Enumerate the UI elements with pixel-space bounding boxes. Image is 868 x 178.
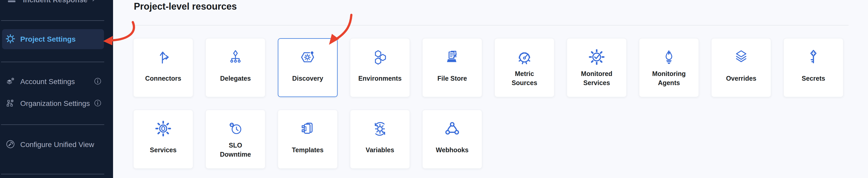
card-label: Monitored Services bbox=[581, 69, 613, 87]
variables-icon bbox=[372, 120, 388, 137]
sidebar-item-incident-response[interactable]: Incident Response bbox=[0, 0, 113, 8]
sidebar-item-label: Incident Response bbox=[23, 0, 88, 4]
card-services[interactable]: Services bbox=[133, 110, 193, 169]
slo-downtime-icon bbox=[227, 120, 244, 137]
sidebar-item-project-settings[interactable]: Project Settings bbox=[2, 29, 104, 49]
chevron-right-icon[interactable] bbox=[91, 0, 96, 3]
wrench-circle-icon bbox=[6, 140, 15, 150]
card-overrides[interactable]: Overrides bbox=[711, 38, 771, 97]
card-label: Environments bbox=[359, 74, 402, 83]
info-icon[interactable] bbox=[94, 78, 101, 86]
siren-icon bbox=[6, 0, 18, 6]
sidebar: Incident Response Project Settings bbox=[0, 0, 113, 178]
file-store-icon bbox=[444, 49, 460, 66]
card-label: Delegates bbox=[220, 74, 251, 83]
card-file-store[interactable]: File Store bbox=[422, 38, 482, 97]
card-monitoring-agents[interactable]: Monitoring Agents bbox=[639, 38, 699, 97]
card-label: Monitoring Agents bbox=[652, 69, 686, 87]
card-label: Webhooks bbox=[436, 146, 469, 155]
connectors-icon bbox=[155, 49, 171, 66]
card-label: Discovery bbox=[292, 74, 323, 83]
card-label: Services bbox=[150, 146, 177, 155]
delegates-icon bbox=[227, 49, 244, 66]
card-connectors[interactable]: Connectors bbox=[133, 38, 193, 97]
gear-icon bbox=[6, 34, 15, 44]
card-label: File Store bbox=[437, 74, 467, 83]
info-icon[interactable] bbox=[94, 99, 101, 108]
monitoring-agents-icon bbox=[661, 49, 677, 66]
services-icon bbox=[155, 120, 171, 137]
org-chart-gear-icon bbox=[6, 98, 15, 109]
card-label: Secrets bbox=[802, 74, 825, 83]
metric-sources-icon bbox=[516, 49, 532, 66]
webhooks-icon bbox=[444, 120, 460, 137]
sidebar-divider bbox=[1, 20, 104, 21]
card-templates[interactable]: Templates bbox=[278, 110, 338, 169]
card-label: Variables bbox=[366, 146, 394, 155]
resource-cards-row-2: Services SLO Downtime bbox=[133, 110, 482, 169]
page-title: Project-level resources bbox=[134, 0, 237, 13]
secrets-icon bbox=[805, 49, 822, 66]
sidebar-item-label: Project Settings bbox=[20, 35, 75, 43]
card-environments[interactable]: Environments bbox=[350, 38, 410, 97]
main-content: Project-level resources Connectors bbox=[113, 0, 868, 178]
card-label: Metric Sources bbox=[512, 69, 537, 87]
card-label: SLO Downtime bbox=[220, 141, 251, 159]
card-discovery[interactable]: Discovery bbox=[278, 38, 338, 97]
sidebar-item-configure-unified-view[interactable]: Configure Unified View bbox=[0, 136, 113, 153]
card-label: Templates bbox=[292, 146, 323, 155]
sidebar-item-label: Organization Settings bbox=[20, 99, 90, 108]
card-variables[interactable]: Variables bbox=[350, 110, 410, 169]
resource-cards-row-1: Connectors Delegates bbox=[133, 38, 843, 97]
card-monitored-services[interactable]: Monitored Services bbox=[567, 38, 627, 97]
discovery-icon bbox=[300, 49, 316, 66]
account-layers-gear-icon bbox=[6, 77, 15, 87]
sidebar-item-label: Configure Unified View bbox=[20, 141, 94, 149]
card-metric-sources[interactable]: Metric Sources bbox=[495, 38, 554, 97]
card-slo-downtime[interactable]: SLO Downtime bbox=[206, 110, 265, 169]
sidebar-item-organization-settings[interactable]: Organization Settings bbox=[0, 95, 113, 112]
card-secrets[interactable]: Secrets bbox=[783, 38, 843, 97]
sidebar-divider bbox=[1, 124, 104, 125]
card-label: Connectors bbox=[145, 74, 181, 83]
sidebar-divider bbox=[1, 174, 104, 174]
sidebar-divider bbox=[1, 62, 104, 62]
environments-icon bbox=[372, 49, 388, 66]
sidebar-item-label: Account Settings bbox=[20, 78, 75, 86]
monitored-services-icon bbox=[589, 49, 605, 66]
overrides-icon bbox=[733, 49, 749, 66]
templates-icon bbox=[300, 120, 316, 137]
card-webhooks[interactable]: Webhooks bbox=[422, 110, 482, 169]
section-divider bbox=[133, 25, 848, 26]
sidebar-item-account-settings[interactable]: Account Settings bbox=[0, 73, 113, 90]
card-label: Overrides bbox=[726, 74, 756, 83]
card-delegates[interactable]: Delegates bbox=[206, 38, 265, 97]
